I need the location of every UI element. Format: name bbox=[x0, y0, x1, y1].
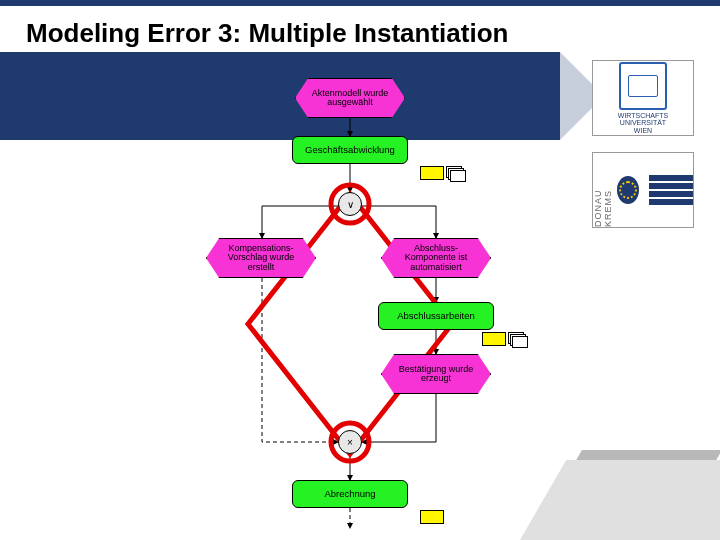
event-start-label: Aktenmodell wurde ausgewählt bbox=[295, 78, 405, 118]
wu-logo-line1: WIRTSCHAFTS bbox=[618, 112, 668, 119]
epc-diagram: Aktenmodell wurde ausgewählt Geschäftsab… bbox=[170, 62, 530, 532]
event-left-label: Kompensations-Vorschlag wurde erstellt bbox=[206, 238, 316, 278]
function-right-label: Abschlussarbeiten bbox=[397, 311, 475, 321]
wu-seal-icon bbox=[619, 62, 667, 110]
wu-logo-line3: WIEN bbox=[634, 127, 652, 134]
function-bottom-label: Abrechnung bbox=[324, 489, 375, 499]
gate-xor-bottom-label: × bbox=[347, 437, 353, 448]
event-start: Aktenmodell wurde ausgewählt bbox=[295, 78, 405, 118]
wu-logo-line2: UNIVERSITÄT bbox=[620, 119, 666, 126]
org-unit-icon bbox=[420, 166, 444, 180]
donau-logo-letters: DONAU KREMS bbox=[593, 153, 613, 227]
data-stack-icon bbox=[446, 166, 464, 180]
page-title: Modeling Error 3: Multiple Instantiation bbox=[26, 18, 508, 49]
donau-logo: DONAU KREMS bbox=[592, 152, 694, 228]
org-unit-icon-2 bbox=[482, 332, 506, 346]
function-top: Geschäftsabwicklung bbox=[292, 136, 408, 164]
wu-logo: WIRTSCHAFTS UNIVERSITÄT WIEN bbox=[592, 60, 694, 136]
event-right-2-label: Bestätigung wurde erzeugt bbox=[381, 354, 491, 394]
top-strip bbox=[0, 0, 720, 6]
org-unit-icon-3 bbox=[420, 510, 444, 524]
gate-or-top: ∨ bbox=[338, 192, 362, 216]
event-left: Kompensations-Vorschlag wurde erstellt bbox=[206, 238, 316, 278]
function-top-label: Geschäftsabwicklung bbox=[305, 145, 395, 155]
diagram-connectors bbox=[170, 62, 530, 532]
eu-stars-icon bbox=[617, 176, 639, 204]
donau-stripes-icon bbox=[649, 175, 693, 205]
function-bottom: Abrechnung bbox=[292, 480, 408, 508]
event-right-label: Abschluss-Komponente ist automatisiert bbox=[381, 238, 491, 278]
event-right: Abschluss-Komponente ist automatisiert bbox=[381, 238, 491, 278]
gate-or-top-label: ∨ bbox=[347, 199, 354, 210]
event-right-2: Bestätigung wurde erzeugt bbox=[381, 354, 491, 394]
gate-xor-bottom: × bbox=[338, 430, 362, 454]
data-stack-icon-2 bbox=[508, 332, 526, 346]
function-right: Abschlussarbeiten bbox=[378, 302, 494, 330]
